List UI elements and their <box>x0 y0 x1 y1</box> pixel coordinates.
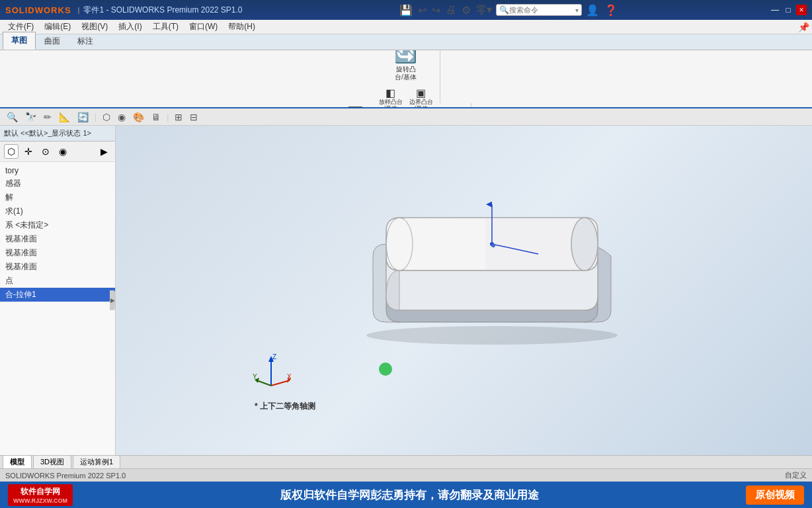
tree-item-top-plane[interactable]: 视基准面 <box>0 246 115 260</box>
search-box[interactable]: 🔍 ▾ <box>496 4 582 16</box>
config-manager-icon[interactable]: ⊙ <box>38 144 53 159</box>
tab-surface[interactable]: 曲面 <box>36 32 69 50</box>
view-toolbar-bar: 🔍 🔭 ✏ 📐 🔄 | ⬡ ◉ 🎨 🖥 | ⊞ ⊟ <box>0 108 812 126</box>
dim-expert-icon[interactable]: ◉ <box>56 144 70 159</box>
tab-3d-view[interactable]: 3D视图 <box>33 455 71 468</box>
wireframe-btn[interactable]: ⬡ <box>100 110 113 124</box>
revolve-icon: 🔄 <box>394 50 417 64</box>
ribbon-tabs: 草图 曲面 标注 <box>0 34 812 50</box>
search-input[interactable] <box>509 6 575 14</box>
app-logo: SOLIDWORKS <box>5 5 71 15</box>
revolve-boss-btn[interactable]: 🔄 旋转凸台/基体 <box>390 50 421 84</box>
collapse-btn[interactable]: ⊞ <box>172 110 185 124</box>
watermark-text: 版权归软件自学网彭志勇持有，请勿翻录及商业用途 <box>73 487 746 503</box>
view-label: * 上下二等角轴测 <box>255 401 315 412</box>
tree-item-extrude1[interactable]: 合-拉伸1 <box>0 288 115 302</box>
minimize-button[interactable]: — <box>770 5 780 15</box>
3d-model <box>353 178 631 350</box>
shaded-btn[interactable]: ◉ <box>115 110 128 124</box>
feature-tree-icon[interactable]: ⬡ <box>4 144 19 159</box>
menu-insert[interactable]: 插入(I) <box>113 20 147 34</box>
svg-text:Y: Y <box>253 373 257 380</box>
search-dropdown-icon[interactable]: ▾ <box>575 7 579 14</box>
display-btn[interactable]: 🖥 <box>149 110 163 124</box>
menubar: 文件(F) 编辑(E) 视图(V) 插入(I) 工具(T) 窗口(W) 帮助(H… <box>0 20 812 34</box>
feature-tree: tory 感器 解 求(1) 系 <未指定> 视基准面 视基准面 视基准面 <box>0 162 115 455</box>
tree-item-right-plane[interactable]: 视基准面 <box>0 260 115 274</box>
menu-window[interactable]: 窗口(W) <box>184 20 223 34</box>
tree-item-system[interactable]: 系 <未指定> <box>0 218 115 232</box>
qa-save[interactable]: 💾 <box>398 3 414 18</box>
color-btn[interactable]: 🎨 <box>130 110 147 124</box>
qa-print[interactable]: 🖨 <box>444 3 458 17</box>
tab-annotation[interactable]: 标注 <box>69 32 102 50</box>
tree-item-front-plane[interactable]: 视基准面 <box>0 232 115 246</box>
property-manager-icon[interactable]: ✛ <box>21 144 36 159</box>
bottom-tabs: 模型 3D视图 运动算例1 <box>0 455 812 468</box>
maximize-button[interactable]: □ <box>783 5 793 15</box>
viewport[interactable]: Z X Y * 上下二等角轴测 <box>116 126 812 455</box>
sidebar: 默认 <<默认>_显示状态 1> ⬡ ✛ ⊙ ◉ ▶ tory 感器 解 求(1… <box>0 126 116 455</box>
menu-help[interactable]: 帮助(H) <box>223 20 261 34</box>
tab-motion[interactable]: 运动算例1 <box>73 455 120 468</box>
statusbar: SOLIDWORKS Premium 2022 SP1.0 自定义 <box>0 468 812 482</box>
sidebar-header: 默认 <<默认>_显示状态 1> <box>0 126 115 142</box>
ribbon: 🔄 旋转凸台/基体 ◧ 放样凸台/基体 ▣ 边界凸台/基体 ⬛ 拉伸切除 ⦿ 异… <box>0 50 812 108</box>
quick-access-toolbar: 💾 ↩ ↪ 🖨 ⚙ 零▾ 🔍 ▾ 👤 ❓ <box>398 2 619 19</box>
separator1: | <box>95 112 97 122</box>
rotate-extrude-group: 🔄 旋转凸台/基体 ◧ 放样凸台/基体 ▣ 边界凸台/基体 <box>372 50 440 103</box>
tree-item-origin[interactable]: 点 <box>0 274 115 288</box>
tab-sketch[interactable]: 草图 <box>3 32 36 50</box>
tree-item-history[interactable]: tory <box>0 165 115 177</box>
tree-item-annotation[interactable]: 解 <box>0 190 115 204</box>
rotate-view-btn[interactable]: 🔄 <box>75 110 91 124</box>
solidworks-version: SOLIDWORKS Premium 2022 SP1.0 <box>5 472 126 480</box>
svg-line-10 <box>271 380 290 386</box>
logo-main: 软件自学网 <box>20 486 60 497</box>
statusbar-custom: 自定义 <box>785 470 807 480</box>
qa-options[interactable]: ⚙ <box>460 3 472 18</box>
pin-icon[interactable]: 📌 <box>798 22 809 32</box>
search-icon: 🔍 <box>499 5 509 15</box>
cursor <box>379 362 392 376</box>
axis-indicator: Z X Y <box>251 353 291 394</box>
svg-text:X: X <box>287 373 291 380</box>
loft-icon: ◧ <box>386 87 395 99</box>
menu-edit[interactable]: 编辑(E) <box>39 20 76 34</box>
measure-btn[interactable]: 📐 <box>56 110 73 124</box>
window-controls: — □ × <box>770 5 807 15</box>
separator2: | <box>167 112 169 122</box>
titlebar-left: SOLIDWORKS | 零件1 - SOLIDWORKS Premium 20… <box>5 5 243 16</box>
main-area: 默认 <<默认>_显示状态 1> ⬡ ✛ ⊙ ◉ ▶ tory 感器 解 求(1… <box>0 126 812 455</box>
qa-help[interactable]: ❓ <box>603 3 619 18</box>
close-button[interactable]: × <box>796 5 807 15</box>
qa-zero[interactable]: 零▾ <box>475 2 493 19</box>
svg-line-13 <box>257 380 271 386</box>
menu-tools[interactable]: 工具(T) <box>147 20 184 34</box>
menu-view[interactable]: 视图(V) <box>76 20 113 34</box>
tab-model[interactable]: 模型 <box>3 455 32 468</box>
sidebar-header-text: 默认 <<默认>_显示状态 1> <box>4 129 91 137</box>
tree-item-material[interactable]: 求(1) <box>0 204 115 218</box>
expand-icon[interactable]: ▶ <box>97 144 111 159</box>
sidebar-collapse-handle[interactable]: ▶ <box>110 290 115 310</box>
svg-point-6 <box>491 243 495 247</box>
watermark-logo: 软件自学网 WWW.RJZXW.COM <box>8 484 73 506</box>
cut-group: ⬛ 拉伸切除 ⦿ 异型孔向导 ⟳ 旋转切除 ◧ 放样切除 ▣ 边界切除 <box>341 103 471 108</box>
watermark-badge: 原创视频 <box>746 486 804 505</box>
pencil-btn[interactable]: ✏ <box>41 110 54 124</box>
boundary-icon: ▣ <box>416 87 426 99</box>
tree-item-sensor[interactable]: 感器 <box>0 177 115 190</box>
app-title: 零件1 - SOLIDWORKS Premium 2022 SP1.0 <box>83 5 242 16</box>
logo-sub: WWW.RJZXW.COM <box>13 497 67 504</box>
expand-btn[interactable]: ⊟ <box>187 110 200 124</box>
zoom-in-btn[interactable]: 🔭 <box>22 110 39 124</box>
titlebar: SOLIDWORKS | 零件1 - SOLIDWORKS Premium 20… <box>0 0 812 20</box>
qa-redo[interactable]: ↪ <box>430 3 442 18</box>
zoom-to-fit-btn[interactable]: 🔍 <box>4 110 20 124</box>
watermark-banner: 软件自学网 WWW.RJZXW.COM 版权归软件自学网彭志勇持有，请勿翻录及商… <box>0 482 812 508</box>
revolve-label: 旋转凸台/基体 <box>395 65 417 81</box>
qa-user[interactable]: 👤 <box>585 3 600 18</box>
qa-undo[interactable]: ↩ <box>417 3 428 18</box>
svg-text:Z: Z <box>272 353 276 360</box>
